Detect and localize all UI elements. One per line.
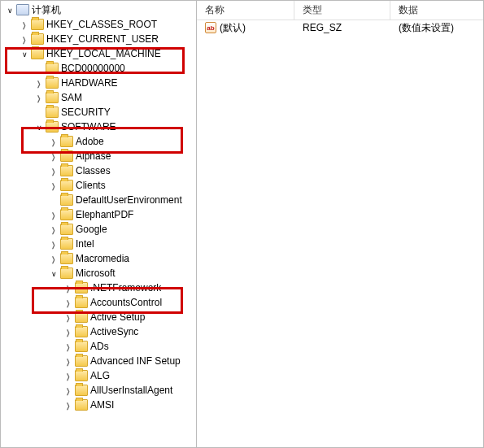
tree-node-clients[interactable]: Clients — [1, 178, 196, 193]
chevron-down-icon[interactable] — [19, 50, 30, 59]
string-value-icon: ab — [205, 22, 216, 33]
tree-node-macromedia[interactable]: Macromedia — [1, 251, 196, 266]
tree-node-security[interactable]: SECURITY — [1, 105, 196, 120]
tree-label: SAM — [61, 92, 82, 103]
tree-node-allusr[interactable]: AllUserInstallAgent — [1, 383, 196, 398]
tree-node-classes[interactable]: Classes — [1, 163, 196, 178]
folder-icon — [75, 355, 88, 367]
chevron-right-icon[interactable] — [63, 401, 74, 410]
folder-icon — [46, 121, 59, 133]
tree-node-bcd[interactable]: BCD00000000 — [1, 61, 196, 76]
tree-node-actsync[interactable]: ActiveSync — [1, 324, 196, 339]
tree-label: HKEY_CLASSES_ROOT — [46, 19, 157, 30]
chevron-right-icon[interactable] — [63, 386, 74, 395]
tree-label: Macromedia — [76, 253, 129, 264]
chevron-right-icon[interactable] — [48, 137, 59, 146]
chevron-right-icon[interactable] — [33, 79, 45, 88]
folder-icon — [46, 107, 59, 118]
folder-icon — [31, 48, 44, 59]
tree-node-due[interactable]: DefaultUserEnvironment — [1, 193, 196, 207]
tree-label: Intel — [76, 238, 94, 250]
folder-icon — [75, 311, 88, 323]
registry-tree-pane[interactable]: 计算机HKEY_CLASSES_ROOTHKEY_CURRENT_USERHKE… — [1, 1, 197, 447]
tree-node-adobe[interactable]: Adobe — [1, 134, 196, 149]
tree-node-ads[interactable]: ADs — [1, 339, 196, 354]
tree-node-google[interactable]: Google — [1, 222, 196, 237]
tree-node-actsetup[interactable]: Active Setup — [1, 310, 196, 324]
folder-icon — [60, 238, 73, 250]
tree-node-alg[interactable]: ALG — [1, 368, 196, 383]
tree-node-hkcr[interactable]: HKEY_CLASSES_ROOT — [1, 17, 196, 32]
tree-node-hkcu[interactable]: HKEY_CURRENT_USER — [1, 32, 196, 46]
values-pane: 名称 类型 数据 ab (默认) REG_SZ (数值未设置) — [197, 1, 483, 447]
chevron-right-icon[interactable] — [48, 240, 59, 249]
chevron-right-icon[interactable] — [48, 152, 59, 161]
chevron-right-icon[interactable] — [63, 357, 74, 366]
chevron-right-icon[interactable] — [63, 284, 74, 293]
chevron-right-icon[interactable] — [48, 225, 59, 234]
chevron-right-icon[interactable] — [48, 167, 59, 176]
tree-node-acctctrl[interactable]: AccountsControl — [1, 295, 196, 310]
folder-icon — [46, 92, 59, 103]
tree-node-hardware[interactable]: HARDWARE — [1, 76, 196, 90]
chevron-right-icon[interactable] — [48, 254, 59, 263]
tree-node-elephant[interactable]: ElephantPDF — [1, 207, 196, 222]
tree-label: SOFTWARE — [61, 121, 116, 133]
folder-icon — [75, 326, 88, 337]
chevron-right-icon[interactable] — [48, 181, 59, 190]
value-type: REG_SZ — [294, 22, 390, 33]
tree-label: ActiveSync — [90, 326, 138, 337]
folder-icon — [31, 33, 44, 45]
folder-icon — [46, 77, 59, 89]
folder-icon — [60, 194, 73, 206]
folder-icon — [60, 209, 73, 220]
value-data: (数值未设置) — [390, 21, 483, 35]
header-name[interactable]: 名称 — [197, 1, 294, 20]
chevron-right-icon[interactable] — [63, 328, 74, 337]
tree-node-intel[interactable]: Intel — [1, 237, 196, 251]
chevron-down-icon[interactable] — [48, 269, 59, 278]
chevron-right-icon[interactable] — [63, 342, 74, 351]
tree-node-microsoft[interactable]: Microsoft — [1, 266, 196, 281]
tree-node-computer[interactable]: 计算机 — [1, 2, 196, 17]
tree-label: DefaultUserEnvironment — [76, 194, 182, 206]
chevron-down-icon[interactable] — [4, 6, 15, 15]
tree-label: Clients — [76, 180, 106, 191]
tree-label: BCD00000000 — [61, 63, 125, 74]
chevron-right-icon[interactable] — [63, 372, 74, 381]
chevron-right-icon[interactable] — [19, 20, 30, 29]
value-name-cell: ab (默认) — [197, 21, 294, 35]
tree-label: ALG — [90, 370, 110, 381]
tree-node-ainf[interactable]: Advanced INF Setup — [1, 354, 196, 368]
value-row[interactable]: ab (默认) REG_SZ (数值未设置) — [197, 20, 483, 35]
tree-node-netfw[interactable]: .NETFramework — [1, 281, 196, 295]
folder-icon — [31, 19, 44, 30]
header-type[interactable]: 类型 — [294, 1, 390, 20]
folder-icon — [75, 297, 88, 308]
folder-icon — [75, 385, 88, 396]
tree-node-sam[interactable]: SAM — [1, 90, 196, 105]
tree-label: 计算机 — [32, 3, 61, 17]
folder-icon — [60, 224, 73, 235]
chevron-right-icon[interactable] — [63, 298, 74, 307]
tree-label: HKEY_LOCAL_MACHINE — [46, 48, 161, 59]
tree-node-amsi[interactable]: AMSI — [1, 398, 196, 412]
tree-label: Adobe — [76, 136, 104, 147]
tree-label: AMSI — [90, 399, 114, 411]
tree-label: ElephantPDF — [76, 209, 133, 220]
folder-icon — [60, 253, 73, 264]
tree-label: AllUserInstallAgent — [90, 385, 172, 396]
value-name: (默认) — [220, 21, 246, 35]
chevron-right-icon[interactable] — [19, 35, 30, 44]
header-data[interactable]: 数据 — [390, 1, 483, 20]
chevron-right-icon[interactable] — [63, 313, 74, 322]
tree-node-alphase[interactable]: Alphase — [1, 149, 196, 163]
tree-label: SECURITY — [61, 107, 111, 118]
folder-icon — [46, 63, 59, 74]
chevron-right-icon[interactable] — [33, 94, 45, 102]
chevron-right-icon[interactable] — [48, 211, 59, 220]
chevron-down-icon[interactable] — [33, 123, 45, 132]
tree-node-hklm[interactable]: HKEY_LOCAL_MACHINE — [1, 46, 196, 61]
tree-node-software[interactable]: SOFTWARE — [1, 120, 196, 134]
tree-label: HKEY_CURRENT_USER — [46, 33, 159, 45]
